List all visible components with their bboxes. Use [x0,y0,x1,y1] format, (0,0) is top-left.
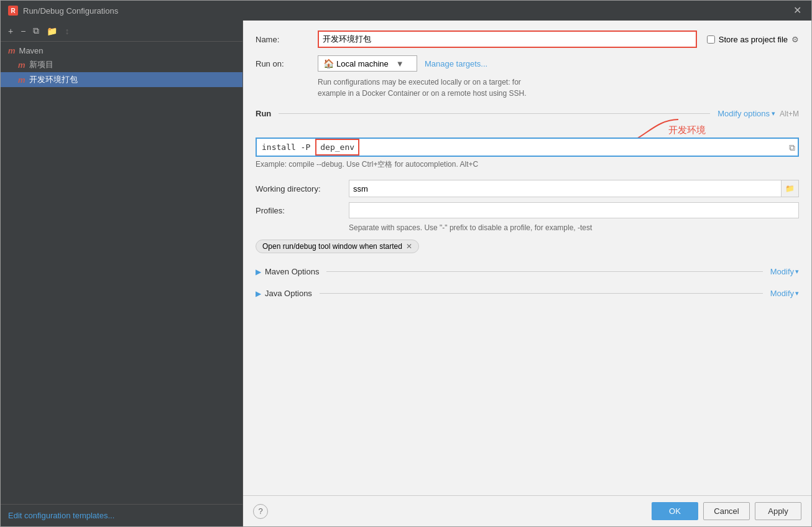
main-content: + − ⧉ 📁 ↕ m Maven m 新项目 m 开发环境打包 [1,21,811,526]
ok-button[interactable]: OK [652,502,698,520]
maven-options-section: ▶ Maven Options Modify ▾ [256,263,799,280]
left-panel: + − ⧉ 📁 ↕ m Maven m 新项目 m 开发环境打包 [1,21,243,526]
profiles-hint: Separate with spaces. Use "-" prefix to … [349,223,799,232]
maven-modify-link[interactable]: Modify ▾ [770,267,799,276]
run-debug-dialog: R Run/Debug Configurations ✕ + − ⧉ 📁 ↕ m… [0,0,812,527]
java-options-title: Java Options [265,289,312,298]
run-on-value: Local machine [336,59,389,68]
remove-config-button[interactable]: − [18,25,28,37]
modify-shortcut: Alt+M [780,110,799,118]
dropdown-arrow-icon: ▼ [396,59,404,68]
chip-close-button[interactable]: ✕ [406,242,412,251]
maven-section-line [326,271,762,272]
run-on-dropdown[interactable]: 🏠 Local machine ▼ [318,55,417,72]
maven-modify-label: Modify [770,267,794,276]
java-modify-chevron: ▾ [795,289,799,297]
command-highlighted: dep_env [315,139,359,156]
tree-item-kaifahuanjingdabao[interactable]: m 开发环境打包 [1,72,242,87]
right-content: Name: Store as project file ⚙ Run on: 🏠 … [243,21,811,495]
command-prefix: install -P [257,139,315,156]
tree-area: m Maven m 新项目 m 开发环境打包 [1,42,242,504]
working-dir-browse-button[interactable]: 📁 [781,180,798,197]
command-annotation-area: 开发环境 install -P dep_env [256,124,799,157]
sort-config-button[interactable]: ↕ [62,25,72,37]
cancel-button[interactable]: Cancel [703,502,750,520]
copy-config-button[interactable]: ⧉ [30,24,42,37]
store-project-gear-icon[interactable]: ⚙ [791,35,799,44]
apply-button[interactable]: Apply [755,502,801,520]
title-bar: R Run/Debug Configurations ✕ [1,1,811,21]
store-project-label: Store as project file [719,35,788,44]
name-input[interactable] [318,30,697,48]
java-section-line [320,293,763,294]
working-dir-field: 📁 [349,180,799,197]
tree-item1-label: 新项目 [29,59,53,70]
close-button[interactable]: ✕ [791,4,804,17]
working-dir-row: Working directory: 📁 [256,180,799,197]
folder-config-button[interactable]: 📁 [44,25,60,37]
modify-options-label: Modify options [717,109,770,118]
run-on-row: Run on: 🏠 Local machine ▼ Manage targets… [256,55,799,72]
profiles-input[interactable] [349,202,799,218]
bottom-buttons: OK Cancel Apply [652,502,801,520]
store-project-checkbox[interactable] [707,35,715,44]
java-expand-icon[interactable]: ▶ [256,289,261,298]
profiles-label: Profiles: [256,206,349,215]
help-button[interactable]: ? [253,504,268,519]
maven-expand-icon[interactable]: ▶ [256,268,261,276]
annotation-label: 开发环境 [668,124,706,136]
java-modify-link[interactable]: Modify ▾ [770,289,799,298]
working-dir-label: Working directory: [256,184,349,194]
tree-group-label: Maven [19,46,44,55]
example-text: Example: compile --debug. Use Ctrl+空格 fo… [256,159,799,170]
maven-modify-chevron: ▾ [795,268,799,276]
edit-templates-link[interactable]: Edit configuration templates... [8,511,114,520]
profiles-row: Profiles: [256,202,799,218]
manage-targets-link[interactable]: Manage targets... [425,59,487,68]
name-row: Name: Store as project file ⚙ [256,30,799,48]
command-input-wrapper: install -P dep_env ⧉ [256,138,799,157]
modify-options-link[interactable]: Modify options ▾ Alt+M [717,109,799,118]
right-panel: Name: Store as project file ⚙ Run on: 🏠 … [243,21,811,526]
maven-group-icon: m [8,46,16,55]
run-debug-chip: Open run/debug tool window when started … [256,240,419,253]
run-section-title: Run [256,109,271,118]
run-on-hint: Run configurations may be executed local… [318,77,799,99]
tree-item2-label: 开发环境打包 [29,74,78,85]
maven-options-title: Maven Options [265,267,319,276]
tree-item-xinxiangmu[interactable]: m 新项目 [1,57,242,72]
run-section-header: Run Modify options ▾ Alt+M [256,109,799,118]
tree-group-maven[interactable]: m Maven [1,44,242,57]
add-config-button[interactable]: + [6,25,16,37]
name-label: Name: [256,35,318,44]
title-bar-left: R Run/Debug Configurations [8,6,118,16]
java-options-header: ▶ Java Options Modify ▾ [256,285,799,302]
run-on-label: Run on: [256,59,318,68]
working-dir-input[interactable] [349,180,781,197]
left-footer: Edit configuration templates... [1,504,242,526]
app-icon: R [8,6,18,16]
bottom-bar: ? OK Cancel Apply [243,495,811,526]
dialog-title: Run/Debug Configurations [23,6,118,16]
store-project-area: Store as project file ⚙ [707,35,799,44]
annotation-row: 开发环境 [256,124,799,136]
modify-options-chevron: ▾ [772,110,775,118]
chip-label: Open run/debug tool window when started [262,242,402,251]
maven-item2-icon: m [18,75,25,85]
copy-command-button[interactable]: ⧉ [789,142,795,152]
left-toolbar: + − ⧉ 📁 ↕ [1,21,242,42]
home-icon: 🏠 [323,58,334,68]
java-options-section: ▶ Java Options Modify ▾ [256,285,799,302]
java-modify-label: Modify [770,289,794,298]
maven-options-header: ▶ Maven Options Modify ▾ [256,263,799,280]
section-divider [279,113,710,114]
maven-item-icon: m [18,60,25,70]
